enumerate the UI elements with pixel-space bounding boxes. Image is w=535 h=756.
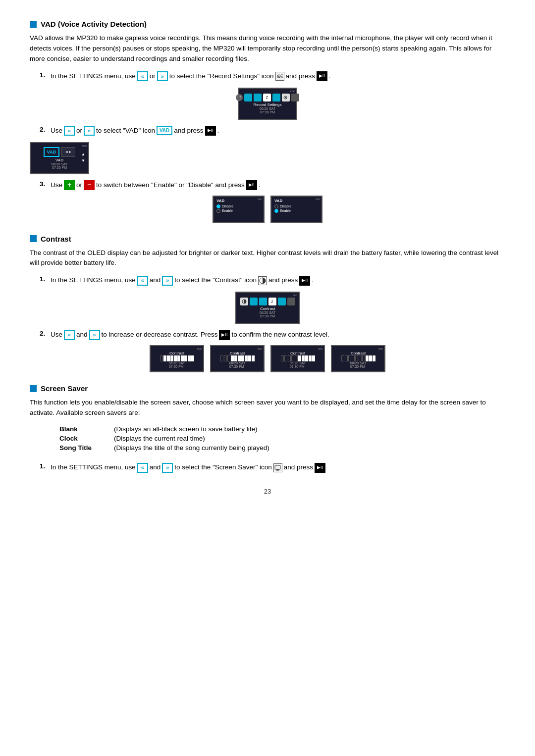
vad-icon-inline: VAD — [157, 126, 172, 135]
play-button-3[interactable]: ▶II — [246, 180, 257, 190]
forward-button-c1[interactable]: » — [162, 276, 173, 286]
minus-button[interactable]: − — [84, 180, 95, 190]
contrast-section-title: Contrast — [30, 235, 505, 243]
rewind-button-ss1[interactable]: « — [137, 463, 148, 473]
rewind-button-c1[interactable]: « — [137, 276, 148, 286]
screensaver-step1: 1. In the SETTINGS menu, use « and » to … — [40, 462, 505, 473]
icon3: Z — [263, 94, 271, 101]
si4: Z — [268, 298, 276, 305]
svg-rect-9 — [275, 465, 280, 469]
svg-point-1 — [278, 76, 279, 77]
record-settings-screen: ccc 🎤 Z Record Settings 06/20 SAT07:30 P… — [30, 88, 505, 120]
screensaver-body-text: This function lets you enable/disable th… — [30, 398, 505, 418]
icon5 — [291, 94, 299, 101]
record-settings-icon — [275, 72, 284, 81]
blue-square-icon-3 — [30, 385, 37, 392]
play-button-c2[interactable]: ▶II — [219, 330, 230, 340]
contrast-settings-screen: ccc Z Contrast 06/20 SAT07:30 PM — [30, 292, 505, 324]
play-button-ss1[interactable]: ▶II — [315, 463, 325, 473]
blank-item: Blank (Displays an all-black screen to s… — [59, 425, 505, 433]
rewind-button-2[interactable]: « — [64, 126, 75, 136]
svg-point-6 — [285, 97, 286, 98]
forward-button-2[interactable]: » — [84, 126, 95, 136]
icon2 — [254, 94, 262, 101]
contrast-level-screens: ccc Contrast 06/20 SAT07:30 PM ccc Contr… — [30, 345, 505, 372]
plus-button[interactable]: + — [64, 180, 75, 190]
vad-body-text: VAD allows the MP320 to make gapless voi… — [30, 33, 505, 64]
si3 — [259, 298, 267, 305]
contrast-icon — [258, 276, 267, 285]
forward-button-ss1[interactable]: » — [162, 463, 173, 473]
songtitle-item: Song Title (Displays the title of the so… — [59, 444, 505, 452]
play-button-c1[interactable]: ▶II — [299, 276, 310, 286]
page-number: 23 — [30, 488, 505, 495]
contrast-step2: 2. Use « and » to increase or decrease c… — [40, 330, 505, 340]
vad-step2: 2. Use « or » to select "VAD" icon VAD a… — [40, 126, 505, 136]
si5 — [278, 298, 286, 305]
play-button[interactable]: ▶II — [317, 71, 327, 81]
forward-button-c2[interactable]: » — [89, 330, 100, 340]
rewind-button-c2[interactable]: « — [64, 330, 75, 340]
vad-step1: 1. In the SETTINGS menu, use « or » to s… — [40, 71, 505, 82]
play-button-2[interactable]: ▶II — [205, 126, 216, 136]
rewind-button[interactable]: « — [137, 71, 148, 81]
vad-step3: 3. Use + or − to switch between "Enable"… — [40, 180, 505, 191]
vad-section-title: VAD (Voice Activity Detection) — [30, 20, 505, 28]
vad-screen: ccc ▲ ▼ VAD ◄► VAD 06/20 SAT07:30 PM — [30, 142, 505, 174]
vad-toggle-screens: ccc VAD Disable Enable ccc VAD Disable E… — [30, 196, 505, 223]
contrast-screen-icon — [240, 298, 248, 305]
screensaver-section-title: Screen Saver — [30, 384, 505, 393]
forward-button[interactable]: » — [157, 71, 168, 81]
clock-item: Clock (Displays the current real time) — [59, 435, 505, 442]
screensaver-list: Blank (Displays an all-black screen to s… — [59, 425, 505, 452]
si6 — [287, 298, 295, 305]
screensaver-icon — [273, 463, 282, 472]
mic-icon: 🎤 — [236, 94, 243, 101]
icon4 — [272, 94, 280, 101]
icon-record-settings — [282, 94, 290, 101]
contrast-step1: 1. In the SETTINGS menu, use « and » to … — [40, 275, 505, 286]
si2 — [250, 298, 258, 305]
contrast-body-text: The contrast of the OLED display can be … — [30, 248, 505, 269]
blue-square-icon — [30, 21, 37, 28]
icon1 — [244, 94, 252, 101]
blue-square-icon-2 — [30, 235, 37, 242]
